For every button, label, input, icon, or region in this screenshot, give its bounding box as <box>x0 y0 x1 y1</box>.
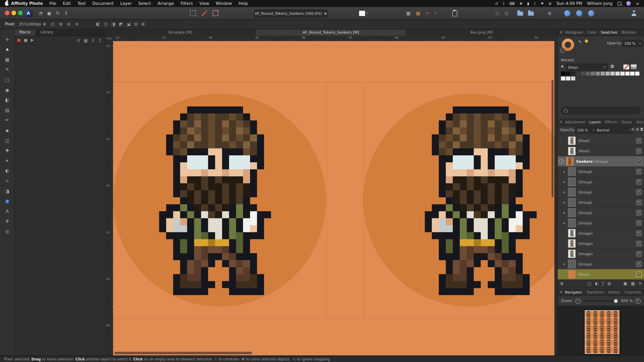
tab-channels[interactable]: Channels <box>625 290 641 294</box>
menu-text[interactable]: Text <box>78 1 86 6</box>
clock[interactable]: Sun 4:09 PM <box>556 1 582 6</box>
smudge-tool[interactable]: ∿ <box>3 177 12 185</box>
display-icon[interactable]: ❖ <box>519 1 522 5</box>
layer-visibility-checkbox[interactable]: ✓ <box>636 241 642 246</box>
vertical-ruler[interactable]: 35404550556065 <box>105 41 114 356</box>
marquee-toggle-icon[interactable] <box>190 10 196 16</box>
persona-icon-2[interactable] <box>576 10 582 16</box>
layer-row[interactable]: ▾Seekers(Group)✓ <box>558 156 644 167</box>
assistant-icon[interactable] <box>212 10 218 16</box>
new-adjustment-icon[interactable]: ◐ <box>595 281 598 286</box>
tile-grid-icon[interactable]: ▩ <box>416 10 420 16</box>
export-macro-icon[interactable]: ↥ <box>98 38 102 42</box>
layer-visibility-checkbox[interactable]: ✓ <box>636 251 642 256</box>
layer-visibility-checkbox[interactable]: ✓ <box>636 272 642 277</box>
panel-menu-icon[interactable]: ≣ <box>560 290 562 294</box>
window-minimize-button[interactable] <box>12 11 16 15</box>
crop-tool[interactable]: ▦ <box>3 56 12 64</box>
layer-thumbnail[interactable] <box>568 178 576 186</box>
disclosure-icon[interactable]: ▸ <box>562 190 567 194</box>
snapping-off-icon[interactable] <box>202 10 207 16</box>
menu-affinity-photo[interactable]: Affinity Photo <box>11 1 43 6</box>
cycle-selection-box-icon[interactable]: ◰ <box>51 22 55 26</box>
colour-chip-dropdown[interactable]: ▾ <box>359 7 368 19</box>
layer-options-icon[interactable]: ≣ <box>560 281 564 286</box>
layer-thumbnail[interactable] <box>568 239 576 248</box>
align-right-icon[interactable]: ◨ <box>112 22 116 26</box>
align-top-icon[interactable]: ◩ <box>119 22 123 26</box>
snapshot-icon[interactable]: ▤ <box>495 10 499 16</box>
layer-visibility-checkbox[interactable]: ✓ <box>636 231 642 236</box>
volume-icon[interactable]: ♪ <box>534 1 536 5</box>
zoom-tool[interactable]: ◎ <box>3 227 12 236</box>
layer-row[interactable]: (Image)✓ <box>558 249 644 259</box>
slice-icon[interactable]: ▦ <box>504 10 509 16</box>
menu-arrange[interactable]: Arrange <box>158 1 174 6</box>
arrange-icon[interactable]: ≣ <box>548 10 552 16</box>
zoom-out-icon[interactable]: − <box>575 298 581 304</box>
layer-effects-icon[interactable]: ƒ <box>602 281 604 286</box>
group-layers-icon[interactable]: ▣ <box>623 281 627 286</box>
document-tab[interactable]: Rex.png [M] <box>406 29 557 36</box>
chevron-down-icon[interactable]: ▾ <box>435 11 436 15</box>
menu-help[interactable]: Help <box>238 1 248 6</box>
zoom-slider[interactable] <box>583 300 618 302</box>
colour-sync-icon[interactable]: ◔ <box>39 10 42 16</box>
record-macro-button[interactable] <box>17 39 20 42</box>
burn-tool[interactable]: ◐ <box>3 167 12 175</box>
clone-tool[interactable]: ◫ <box>3 136 12 145</box>
align-center-icon[interactable]: ◫ <box>104 22 108 26</box>
blend-ranges-icon[interactable]: ▦ <box>631 281 635 286</box>
layer-row[interactable]: (Pixel)✓ <box>558 146 644 157</box>
new-pixel-layer-icon[interactable]: ▢ <box>588 281 591 286</box>
show-selection-icon[interactable]: ⊞ <box>59 22 62 26</box>
layer-thumbnail[interactable] <box>568 260 576 268</box>
layer-thumbnail[interactable] <box>568 188 576 196</box>
export-folder-icon[interactable] <box>528 11 534 15</box>
spotlight-search-icon[interactable] <box>618 1 622 5</box>
keyboard-icon[interactable]: ⌨ <box>510 1 515 5</box>
menu-window[interactable]: Window <box>216 1 232 6</box>
mesh-warp-tool[interactable]: # <box>3 217 12 225</box>
layer-thumbnail[interactable] <box>568 198 576 207</box>
vertical-scrollbar[interactable] <box>552 80 554 197</box>
tab-transform[interactable]: Transform <box>586 290 604 294</box>
siri-icon[interactable] <box>626 1 631 6</box>
control-center-icon[interactable]: ≡ <box>636 1 639 5</box>
layer-thumbnail[interactable] <box>568 219 576 227</box>
layer-visibility-checkbox[interactable]: ✓ <box>636 169 642 174</box>
pixel-tool[interactable]: ▪ <box>3 126 12 134</box>
remove-layer-icon[interactable]: ✕ <box>638 281 642 286</box>
layer-visibility-checkbox[interactable]: ✓ <box>636 210 642 215</box>
open-folder-icon[interactable] <box>517 11 523 15</box>
layer-row[interactable]: (Image)✓ <box>558 238 644 249</box>
window-zoom-button[interactable] <box>18 11 23 15</box>
ruler-unit[interactable]: mm <box>105 36 113 42</box>
disclosure-icon[interactable]: ▸ <box>562 170 567 173</box>
disclosure-icon[interactable]: ▾ <box>559 159 564 164</box>
align-bottom-icon[interactable]: ⊟ <box>134 22 138 26</box>
layer-thumbnail[interactable] <box>568 250 576 258</box>
presets-icon[interactable]: ▣ <box>47 10 52 16</box>
menu-document[interactable]: Document <box>92 1 114 6</box>
layer-row[interactable]: ▸(Group)✓ <box>558 259 644 270</box>
marquee-tool[interactable]: ▢ <box>3 76 12 84</box>
disclosure-icon[interactable]: ▸ <box>562 211 567 215</box>
layer-visibility-checkbox[interactable]: ✓ <box>636 148 642 154</box>
layer-visibility-checkbox[interactable]: ✓ <box>636 220 642 226</box>
layer-visibility-checkbox[interactable]: ✓ <box>636 179 642 184</box>
stop-macro-button[interactable] <box>24 39 27 42</box>
brush-tip-icon[interactable]: ✏ <box>426 10 430 16</box>
align-middle-icon[interactable]: ◪ <box>126 22 130 26</box>
menu-edit[interactable]: Edit <box>63 1 71 6</box>
disclosure-icon[interactable]: ▸ <box>562 180 567 184</box>
persona-icon-1[interactable] <box>564 10 570 16</box>
layer-visibility-checkbox[interactable]: ✓ <box>636 189 642 195</box>
tab-navigator[interactable]: Navigator <box>565 290 582 294</box>
battery-icon[interactable]: ▮ <box>527 1 529 5</box>
token-left-tile[interactable] <box>113 82 326 319</box>
view-tool[interactable]: ✛ <box>3 35 12 43</box>
gradient-tool[interactable]: ▤ <box>3 106 12 114</box>
canvas[interactable] <box>113 41 554 356</box>
input-source-icon[interactable]: ⚑ <box>540 1 544 5</box>
